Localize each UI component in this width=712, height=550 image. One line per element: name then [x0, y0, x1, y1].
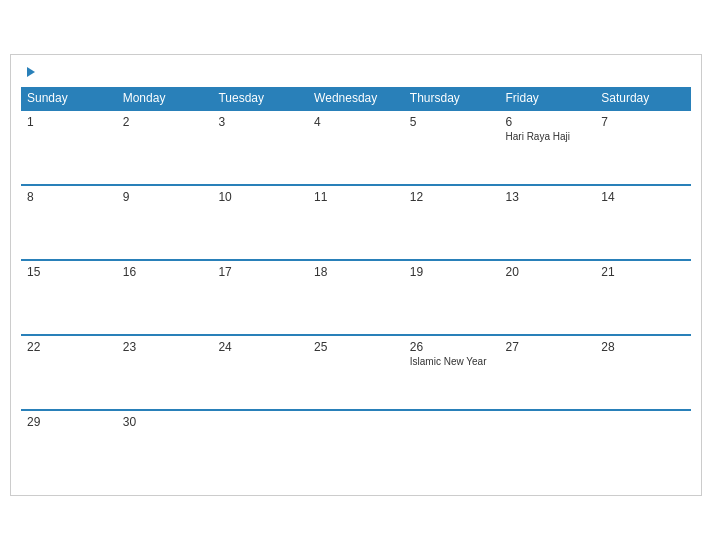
- table-row: 5: [404, 110, 500, 185]
- table-row: 25: [308, 335, 404, 410]
- day-number: 19: [410, 265, 494, 279]
- table-row: 14: [595, 185, 691, 260]
- day-number: 10: [218, 190, 302, 204]
- col-thursday: Thursday: [404, 87, 500, 110]
- day-number: 8: [27, 190, 111, 204]
- day-number: 24: [218, 340, 302, 354]
- day-number: 9: [123, 190, 207, 204]
- table-row: 8: [21, 185, 117, 260]
- day-number: 7: [601, 115, 685, 129]
- table-row: [308, 410, 404, 485]
- col-saturday: Saturday: [595, 87, 691, 110]
- table-row: 13: [500, 185, 596, 260]
- day-number: 12: [410, 190, 494, 204]
- day-number: 13: [506, 190, 590, 204]
- day-number: 2: [123, 115, 207, 129]
- table-row: 16: [117, 260, 213, 335]
- table-row: 28: [595, 335, 691, 410]
- day-number: 4: [314, 115, 398, 129]
- day-number: 29: [27, 415, 111, 429]
- logo-flag-icon: [27, 67, 35, 77]
- day-number: 21: [601, 265, 685, 279]
- table-row: [595, 410, 691, 485]
- logo: [25, 65, 35, 79]
- table-row: 27: [500, 335, 596, 410]
- table-row: 22: [21, 335, 117, 410]
- table-row: 30: [117, 410, 213, 485]
- table-row: 17: [212, 260, 308, 335]
- event-label: Hari Raya Haji: [506, 131, 590, 142]
- day-number: 20: [506, 265, 590, 279]
- day-number: 11: [314, 190, 398, 204]
- calendar-header-row: Sunday Monday Tuesday Wednesday Thursday…: [21, 87, 691, 110]
- table-row: 3: [212, 110, 308, 185]
- col-friday: Friday: [500, 87, 596, 110]
- table-row: 21: [595, 260, 691, 335]
- day-number: 1: [27, 115, 111, 129]
- table-row: 6Hari Raya Haji: [500, 110, 596, 185]
- day-number: 18: [314, 265, 398, 279]
- day-number: 30: [123, 415, 207, 429]
- logo-general: [25, 65, 35, 79]
- table-row: 15: [21, 260, 117, 335]
- table-row: 26Islamic New Year: [404, 335, 500, 410]
- day-number: 28: [601, 340, 685, 354]
- calendar-container: Sunday Monday Tuesday Wednesday Thursday…: [10, 54, 702, 496]
- day-number: 27: [506, 340, 590, 354]
- table-row: [500, 410, 596, 485]
- day-number: 14: [601, 190, 685, 204]
- col-sunday: Sunday: [21, 87, 117, 110]
- col-monday: Monday: [117, 87, 213, 110]
- table-row: 18: [308, 260, 404, 335]
- table-row: 12: [404, 185, 500, 260]
- col-wednesday: Wednesday: [308, 87, 404, 110]
- table-row: [404, 410, 500, 485]
- table-row: 7: [595, 110, 691, 185]
- day-number: 23: [123, 340, 207, 354]
- day-number: 25: [314, 340, 398, 354]
- table-row: 4: [308, 110, 404, 185]
- col-tuesday: Tuesday: [212, 87, 308, 110]
- table-row: 10: [212, 185, 308, 260]
- table-row: 19: [404, 260, 500, 335]
- day-number: 3: [218, 115, 302, 129]
- table-row: [212, 410, 308, 485]
- day-number: 17: [218, 265, 302, 279]
- day-number: 16: [123, 265, 207, 279]
- day-number: 5: [410, 115, 494, 129]
- calendar-table: Sunday Monday Tuesday Wednesday Thursday…: [21, 87, 691, 485]
- table-row: 2: [117, 110, 213, 185]
- table-row: 29: [21, 410, 117, 485]
- table-row: 24: [212, 335, 308, 410]
- table-row: 23: [117, 335, 213, 410]
- table-row: 9: [117, 185, 213, 260]
- day-number: 26: [410, 340, 494, 354]
- day-number: 15: [27, 265, 111, 279]
- table-row: 11: [308, 185, 404, 260]
- calendar-header: [21, 65, 691, 79]
- event-label: Islamic New Year: [410, 356, 494, 367]
- calendar-body: 123456Hari Raya Haji78910111213141516171…: [21, 110, 691, 485]
- day-number: 6: [506, 115, 590, 129]
- table-row: 20: [500, 260, 596, 335]
- table-row: 1: [21, 110, 117, 185]
- day-number: 22: [27, 340, 111, 354]
